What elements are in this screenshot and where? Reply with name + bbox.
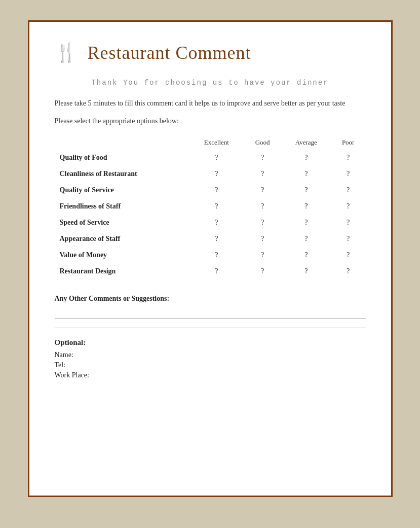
rating-cell[interactable]: ? — [331, 231, 366, 247]
rating-cell[interactable]: ? — [282, 150, 331, 166]
col-header-average: Average — [282, 135, 331, 150]
row-label: Restaurant Design — [55, 263, 190, 279]
rating-cell[interactable]: ? — [244, 247, 282, 263]
rating-cell[interactable]: ? — [282, 247, 331, 263]
rating-cell[interactable]: ? — [331, 150, 366, 166]
col-header-poor: Poor — [331, 135, 366, 150]
optional-section: Optional: Name: Tel: Work Place: — [55, 338, 366, 379]
rating-cell[interactable]: ? — [244, 150, 282, 166]
rating-cell[interactable]: ? — [331, 166, 366, 182]
table-row: Appearance of Staff???? — [55, 231, 366, 247]
rating-cell[interactable]: ? — [244, 263, 282, 279]
rating-cell[interactable]: ? — [331, 263, 366, 279]
rating-cell[interactable]: ? — [244, 231, 282, 247]
rating-cell[interactable]: ? — [244, 166, 282, 182]
rating-cell[interactable]: ? — [189, 247, 243, 263]
row-label: Cleanliness of Restaurant — [55, 166, 190, 182]
row-label: Friendliness of Staff — [55, 198, 190, 215]
rating-cell[interactable]: ? — [244, 198, 282, 215]
header: 🍴 Restaurant Comment — [55, 42, 366, 63]
rating-cell[interactable]: ? — [282, 182, 331, 198]
rating-cell[interactable]: ? — [282, 198, 331, 215]
rating-cell[interactable]: ? — [189, 198, 243, 215]
rating-cell[interactable]: ? — [244, 215, 282, 231]
col-header-excellent: Excellent — [189, 135, 243, 150]
table-row: Quality of Service???? — [55, 182, 366, 198]
rating-cell[interactable]: ? — [282, 215, 331, 231]
rating-cell[interactable]: ? — [331, 215, 366, 231]
optional-title: Optional: — [55, 338, 366, 347]
col-header-label — [55, 135, 190, 150]
rating-cell[interactable]: ? — [282, 231, 331, 247]
table-row: Friendliness of Staff???? — [55, 198, 366, 215]
rating-cell[interactable]: ? — [331, 198, 366, 215]
utensils-icon: 🍴 — [55, 44, 78, 62]
table-row: Speed of Service???? — [55, 215, 366, 231]
row-label: Appearance of Staff — [55, 231, 190, 247]
rating-cell[interactable]: ? — [331, 182, 366, 198]
rating-cell[interactable]: ? — [331, 247, 366, 263]
comment-line-2 — [55, 328, 366, 328]
optional-workplace: Work Place: — [55, 371, 366, 379]
rating-cell[interactable]: ? — [282, 263, 331, 279]
rating-cell[interactable]: ? — [189, 182, 243, 198]
col-header-good: Good — [244, 135, 282, 150]
rating-table: Excellent Good Average Poor Quality of F… — [55, 135, 366, 279]
table-row: Value of Money???? — [55, 247, 366, 263]
rating-cell[interactable]: ? — [282, 166, 331, 182]
row-label: Value of Money — [55, 247, 190, 263]
page-title: Restaurant Comment — [88, 42, 251, 63]
subtitle: Thank You for choosing us to have your d… — [55, 79, 366, 87]
comments-section: Any Other Comments or Suggestions: — [55, 295, 366, 328]
row-label: Speed of Service — [55, 215, 190, 231]
row-label: Quality of Service — [55, 182, 190, 198]
optional-tel: Tel: — [55, 361, 366, 369]
description: Please take 5 minutes to fill this comme… — [55, 98, 366, 109]
comment-line-1 — [55, 318, 366, 319]
comments-label: Any Other Comments or Suggestions: — [55, 295, 366, 303]
table-row: Restaurant Design???? — [55, 263, 366, 279]
table-row: Cleanliness of Restaurant???? — [55, 166, 366, 182]
optional-name: Name: — [55, 351, 366, 359]
rating-cell[interactable]: ? — [189, 215, 243, 231]
rating-cell[interactable]: ? — [189, 231, 243, 247]
rating-cell[interactable]: ? — [189, 263, 243, 279]
instruction: Please select the appropriate options be… — [55, 117, 366, 125]
rating-cell[interactable]: ? — [244, 182, 282, 198]
rating-cell[interactable]: ? — [189, 166, 243, 182]
table-row: Quality of Food???? — [55, 150, 366, 166]
row-label: Quality of Food — [55, 150, 190, 166]
page: 🍴 Restaurant Comment Thank You for choos… — [28, 20, 393, 497]
rating-cell[interactable]: ? — [189, 150, 243, 166]
